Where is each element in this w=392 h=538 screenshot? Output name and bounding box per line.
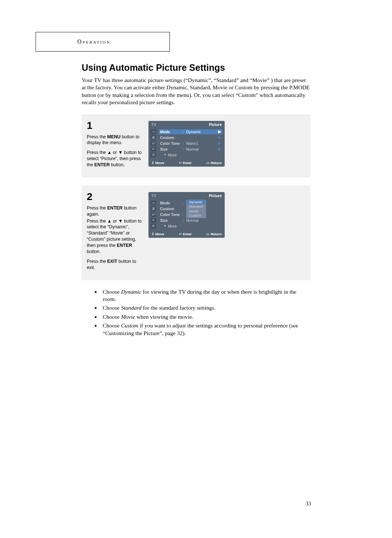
- dropdown-option: Custom: [188, 213, 204, 218]
- step-instruction: Press the MENU button to display the men…: [87, 134, 142, 146]
- dropdown-option: Movie: [188, 209, 204, 213]
- osd-screenshot-1: TV Picture ▭ ▥ 🔊 ✕ ⚙ Mode: Dynamic ▶: [148, 121, 225, 167]
- osd-title: Picture: [209, 122, 222, 127]
- step-instruction: Press the ▲ or ▼ button to select “Pictu…: [87, 150, 142, 168]
- intro-paragraph: Your TV has three automatic picture sett…: [82, 77, 310, 106]
- dropdown-option-selected: Dynamic: [187, 200, 205, 204]
- bullet-item: Choose Custom if you want to adjust the …: [101, 322, 310, 337]
- sound-icon: 🔊: [151, 141, 156, 146]
- updown-icon: ⇕: [151, 232, 154, 236]
- down-triangle-icon: ▼: [164, 224, 167, 228]
- osd-source-label: TV: [151, 193, 156, 198]
- osd-move-hint: ⇕Move: [151, 232, 164, 236]
- osd-menu-row: Size: Normal ▶: [159, 147, 222, 152]
- step-instruction: Press the ▲ or ▼ button to select the “D…: [87, 218, 142, 255]
- down-triangle-icon: ▼: [164, 153, 167, 156]
- picture-icon: ▭: [151, 200, 156, 205]
- osd-enter-hint: ↵Enter: [179, 161, 192, 165]
- right-arrow-icon: ▶: [218, 129, 221, 134]
- osd-dropdown: Dynamic Standard Movie Custom: [186, 200, 206, 218]
- enter-icon: ↵: [179, 232, 182, 236]
- step-instruction: Press the EXIT button to exit.: [87, 258, 142, 271]
- return-icon: ▭: [206, 161, 209, 165]
- step-2: 2 Press the ENTER button again. Press th…: [82, 186, 310, 280]
- page-number: 33: [306, 501, 311, 507]
- osd-menu-row: Color Tone: Warm1 ▶: [159, 141, 222, 146]
- osd-more-row: ▼ More: [159, 152, 222, 158]
- right-arrow-icon: ▶: [218, 135, 221, 140]
- picture-icon: ▭: [151, 129, 156, 134]
- osd-menu-row: Custom ▶: [159, 135, 222, 140]
- section-header: Operation: [36, 32, 170, 52]
- osd-move-hint: ⇕Move: [151, 161, 164, 165]
- step-1: 1 Press the MENU button to display the m…: [82, 114, 310, 178]
- return-icon: ▭: [206, 232, 209, 236]
- osd-enter-hint: ↵Enter: [179, 232, 192, 236]
- step-number: 1: [87, 119, 142, 133]
- enter-icon: ↵: [179, 161, 182, 165]
- bullet-item: Choose Standard for the standard factory…: [101, 304, 310, 311]
- osd-menu-row: Size: Normal: [159, 218, 222, 223]
- display-icon: ▥: [151, 135, 156, 140]
- osd-source-label: TV: [151, 122, 156, 127]
- osd-return-hint: ▭Return: [206, 232, 222, 236]
- osd-menu-row: Mode: Dynamic ▶: [159, 129, 222, 134]
- sound-icon: 🔊: [151, 212, 156, 217]
- osd-more-row: ▼ More: [159, 224, 222, 229]
- dropdown-option: Standard: [188, 204, 204, 209]
- right-arrow-icon: ▶: [218, 141, 221, 146]
- bullet-item: Choose Dynamic for viewing the TV during…: [101, 288, 310, 303]
- display-icon: ▥: [151, 206, 156, 211]
- osd-title: Picture: [209, 193, 222, 198]
- bullet-item: Choose Movie when viewing the movie.: [101, 313, 310, 321]
- channel-icon: ✕: [151, 218, 156, 223]
- step-instruction: Press the ENTER button again.: [87, 205, 142, 217]
- osd-icon-column: ▭ ▥ 🔊 ✕ ⚙: [151, 129, 156, 158]
- osd-return-hint: ▭Return: [206, 161, 222, 165]
- updown-icon: ⇕: [151, 161, 154, 165]
- right-arrow-icon: ▶: [218, 147, 221, 151]
- step-number: 2: [87, 190, 142, 204]
- bullet-list: Choose Dynamic for viewing the TV during…: [82, 288, 310, 337]
- page-title: Using Automatic Picture Settings: [82, 62, 310, 73]
- setup-icon: ⚙: [151, 152, 156, 158]
- channel-icon: ✕: [151, 147, 156, 152]
- setup-icon: ⚙: [151, 224, 156, 229]
- osd-icon-column: ▭ ▥ 🔊 ✕ ⚙: [151, 200, 156, 229]
- osd-screenshot-2: TV Picture ▭ ▥ 🔊 ✕ ⚙ Mode: Custom: [148, 192, 225, 238]
